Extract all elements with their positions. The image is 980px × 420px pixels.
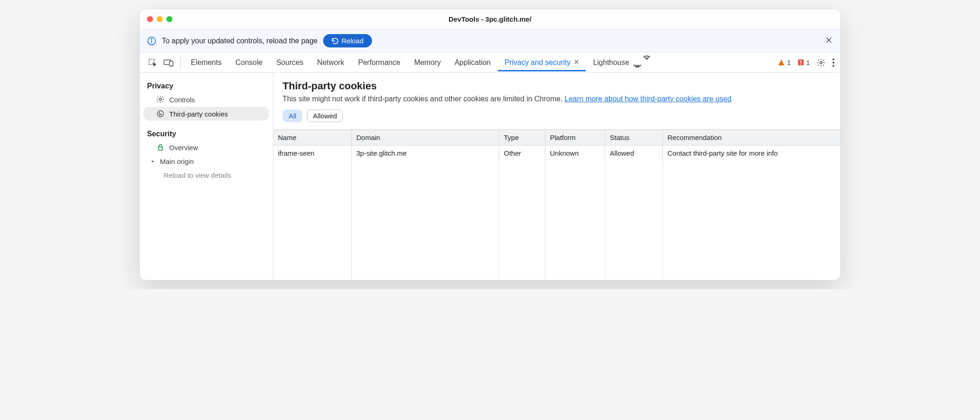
sidebar-item-label: Main origin: [160, 158, 194, 165]
sidebar: Privacy Controls Third-party cookies Sec…: [140, 73, 273, 280]
learn-more-link[interactable]: Learn more about how third-party cookies…: [565, 95, 732, 103]
reload-button-label: Reload: [342, 37, 364, 45]
col-type[interactable]: Type: [499, 130, 545, 145]
filter-all[interactable]: All: [283, 110, 302, 122]
tab-memory[interactable]: Memory: [407, 54, 447, 71]
table-header-row: Name Domain Type Platform Status Recomme…: [273, 130, 840, 146]
svg-point-17: [159, 99, 162, 101]
tab-sources[interactable]: Sources: [270, 54, 310, 71]
sidebar-reload-hint: Reload to view details: [143, 169, 269, 182]
sidebar-item-controls[interactable]: Controls: [143, 93, 269, 106]
content: Privacy Controls Third-party cookies Sec…: [140, 73, 840, 280]
filter-row: All Allowed: [283, 110, 833, 122]
infobar: To apply your updated controls, reload t…: [140, 29, 840, 52]
sidebar-group-security: Security: [140, 127, 273, 140]
svg-point-15: [832, 62, 834, 64]
svg-point-21: [159, 115, 160, 116]
close-window-button[interactable]: [147, 16, 153, 22]
close-tab-icon[interactable]: [573, 58, 579, 67]
page-heading: Third-party cookies: [283, 80, 833, 92]
table-row[interactable]: iframe-seen 3p-site.glitch.me Other Unkn…: [273, 146, 840, 161]
col-recommendation[interactable]: Recommendation: [663, 130, 840, 145]
sidebar-group-privacy: Privacy: [140, 79, 273, 92]
svg-point-16: [832, 65, 834, 67]
svg-rect-11: [800, 61, 801, 63]
sidebar-item-label: Overview: [169, 144, 198, 152]
cookies-table: Name Domain Type Platform Status Recomme…: [273, 129, 840, 280]
svg-point-13: [820, 61, 822, 64]
sidebar-item-main-origin[interactable]: Main origin: [143, 155, 269, 168]
tabbar-right: 1 1: [778, 58, 838, 67]
tab-lighthouse[interactable]: Lighthouse: [587, 54, 636, 71]
cookie-icon: [156, 110, 165, 118]
tab-privacy-security[interactable]: Privacy and security: [498, 54, 585, 71]
info-icon: [147, 36, 156, 46]
inspect-element-icon[interactable]: [145, 56, 160, 69]
tab-performance[interactable]: Performance: [352, 54, 407, 71]
tab-network[interactable]: Network: [311, 54, 351, 71]
warning-badge[interactable]: 1: [778, 58, 791, 66]
more-menu-icon[interactable]: [832, 58, 835, 67]
svg-point-2: [151, 39, 152, 40]
tab-elements[interactable]: Elements: [184, 54, 228, 71]
svg-rect-12: [800, 64, 801, 64]
window-controls: [147, 16, 172, 22]
tabbar: Elements Console Sources Network Perform…: [140, 52, 840, 73]
main-panel: Third-party cookies This site might not …: [273, 73, 840, 280]
settings-icon[interactable]: [816, 58, 826, 67]
more-tabs-icon[interactable]: [639, 52, 655, 74]
sidebar-item-overview[interactable]: Overview: [143, 140, 269, 154]
col-name[interactable]: Name: [273, 130, 352, 145]
caret-down-icon: [150, 159, 155, 164]
col-domain[interactable]: Domain: [352, 130, 499, 145]
cell-platform: Unknown: [545, 146, 605, 161]
window-title: DevTools - 3pc.glitch.me/: [140, 15, 840, 23]
minimize-window-button[interactable]: [157, 16, 163, 22]
infobar-text: To apply your updated controls, reload t…: [162, 37, 318, 45]
svg-point-14: [832, 58, 834, 60]
svg-point-20: [161, 114, 162, 115]
svg-rect-22: [159, 147, 163, 150]
device-toolbar-icon[interactable]: [161, 56, 177, 69]
sidebar-item-third-party-cookies[interactable]: Third-party cookies: [143, 107, 269, 121]
warning-count: 1: [787, 58, 791, 66]
tab-console[interactable]: Console: [229, 54, 269, 71]
close-infobar-button[interactable]: [825, 36, 833, 46]
gear-icon: [156, 95, 165, 104]
cell-domain: 3p-site.glitch.me: [352, 146, 499, 161]
issue-badge[interactable]: 1: [797, 58, 810, 66]
sidebar-item-label: Controls: [169, 96, 195, 104]
tab-application[interactable]: Application: [448, 54, 497, 71]
cell-status: Allowed: [605, 146, 663, 161]
cell-name: iframe-seen: [273, 146, 352, 161]
page-description: This site might not work if third-party …: [283, 95, 833, 103]
svg-rect-7: [170, 61, 173, 66]
svg-point-19: [159, 113, 160, 114]
cell-type: Other: [499, 146, 545, 161]
zoom-window-button[interactable]: [166, 16, 172, 22]
titlebar: DevTools - 3pc.glitch.me/: [140, 9, 840, 29]
filter-allowed[interactable]: Allowed: [307, 110, 343, 122]
col-status[interactable]: Status: [605, 130, 663, 145]
devtools-window: DevTools - 3pc.glitch.me/ To apply your …: [140, 9, 840, 280]
cell-recommendation: Contact third-party site for more info: [663, 146, 840, 161]
lock-icon: [156, 143, 165, 152]
sidebar-item-label: Third-party cookies: [169, 110, 228, 118]
col-platform[interactable]: Platform: [545, 130, 605, 145]
separator: [180, 57, 181, 68]
svg-point-18: [157, 111, 164, 117]
issue-count: 1: [806, 58, 810, 66]
reload-button[interactable]: Reload: [323, 34, 372, 47]
